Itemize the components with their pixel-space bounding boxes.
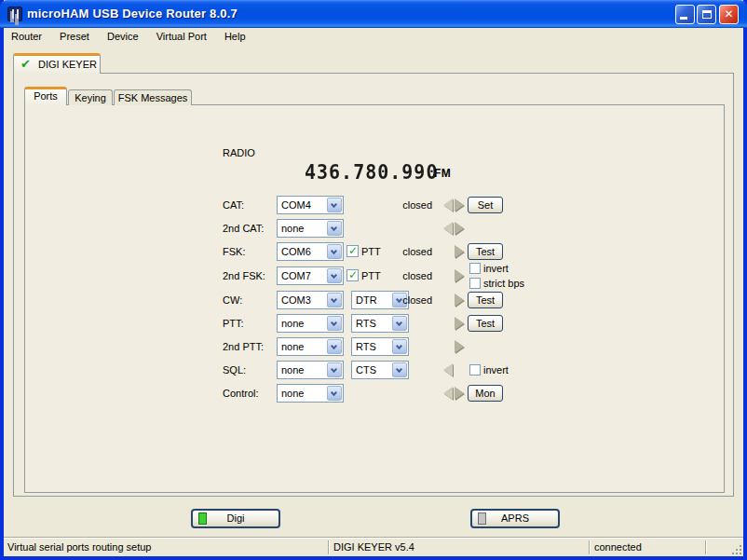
cw-row: CW: COM3 DTR closed Test — [25, 291, 724, 309]
fsk-ptt-checkbox[interactable] — [346, 245, 359, 257]
second-cat-port-value: none — [281, 223, 304, 234]
second-fsk-ptt-checkbox[interactable] — [346, 269, 359, 281]
chevron-down-icon[interactable] — [327, 362, 342, 377]
chevron-down-icon[interactable] — [392, 362, 407, 377]
cat-port-dropdown[interactable]: COM4 — [277, 196, 344, 214]
control-mon-button[interactable]: Mon — [468, 385, 503, 402]
fsk-row: FSK: COM6 PTT closed Test — [25, 242, 724, 261]
second-fsk-row: 2nd FSK: COM7 PTT closed invert strict b… — [25, 266, 724, 285]
aprs-button-label: APRS — [472, 512, 558, 524]
cw-label: CW: — [223, 294, 242, 306]
rx-arrow-icon — [443, 198, 453, 212]
cw-port-value: COM3 — [281, 294, 311, 306]
cat-label: CAT: — [223, 199, 244, 211]
second-ptt-port-dropdown[interactable]: none — [277, 337, 344, 356]
digi-keyer-panel: DIGI KEYER Ports Keying FSK Messages RAD… — [13, 73, 734, 497]
cat-port-value: COM4 — [281, 199, 311, 211]
rx-arrow-icon — [443, 222, 453, 235]
tx-arrow-icon — [455, 317, 464, 330]
app-icon — [7, 7, 22, 21]
sql-invert-checkbox[interactable] — [469, 364, 481, 376]
chevron-down-icon[interactable] — [327, 293, 342, 307]
control-port-value: none — [281, 388, 304, 399]
cw-line-value: DTR — [356, 294, 377, 306]
device-tab-label: DIGI KEYER — [38, 59, 97, 70]
app-window: microHAM USB Device Router 8.0.7 Router … — [0, 0, 747, 560]
tx-arrow-icon — [455, 245, 464, 258]
fsk-port-value: COM6 — [281, 246, 311, 257]
menu-device[interactable]: Device — [100, 28, 146, 47]
tx-arrow-icon — [455, 269, 464, 282]
chevron-down-icon[interactable] — [327, 221, 342, 236]
second-fsk-port-value: COM7 — [281, 270, 311, 281]
resize-grip[interactable] — [730, 543, 742, 555]
invert-option: invert — [469, 261, 509, 275]
status-bar: Virtual serial ports routing setup DIGI … — [4, 538, 743, 556]
window-title: microHAM USB Device Router 8.0.7 — [27, 7, 238, 20]
ports-panel: Ports Keying FSK Messages RADIO 436.780.… — [24, 104, 725, 493]
ptt-test-button[interactable]: Test — [468, 315, 503, 332]
cw-port-dropdown[interactable]: COM3 — [277, 291, 344, 309]
second-fsk-status: closed — [384, 270, 432, 281]
second-fsk-port-dropdown[interactable]: COM7 — [277, 266, 344, 285]
sql-row: SQL: none CTS invert — [25, 361, 724, 379]
second-cat-row: 2nd CAT: none — [25, 219, 724, 238]
cat-row: CAT: COM4 closed Set — [25, 196, 724, 214]
chevron-down-icon[interactable] — [327, 268, 342, 283]
strict-bps-option: strict bps — [469, 276, 524, 290]
aprs-button[interactable]: APRS — [470, 509, 560, 528]
tx-arrow-icon — [455, 222, 464, 235]
radio-label: RADIO — [223, 147, 255, 158]
chevron-down-icon[interactable] — [327, 386, 342, 401]
tx-arrow-icon — [455, 294, 464, 307]
strict-bps-checkbox[interactable] — [469, 278, 481, 289]
digi-button[interactable]: Digi — [191, 509, 280, 528]
chevron-down-icon[interactable] — [327, 339, 342, 354]
cat-set-button[interactable]: Set — [468, 197, 503, 213]
tab-keying[interactable]: Keying — [68, 89, 113, 105]
ptt-line-value: RTS — [356, 318, 376, 329]
sql-invert-option: invert — [469, 362, 509, 376]
chevron-down-icon[interactable] — [392, 316, 407, 331]
menu-virtual-port[interactable]: Virtual Port — [149, 28, 214, 47]
second-cat-label: 2nd CAT: — [223, 223, 264, 234]
second-fsk-label: 2nd FSK: — [223, 270, 265, 281]
chevron-down-icon[interactable] — [392, 339, 407, 354]
maximize-icon — [702, 10, 712, 19]
check-icon — [20, 57, 31, 71]
fsk-port-dropdown[interactable]: COM6 — [277, 242, 344, 261]
sql-port-dropdown[interactable]: none — [277, 361, 344, 379]
ptt-port-dropdown[interactable]: none — [277, 314, 344, 333]
chevron-down-icon[interactable] — [327, 244, 342, 259]
tab-ports[interactable]: Ports — [24, 87, 67, 105]
tx-arrow-icon — [455, 387, 464, 400]
menu-bar: Router Preset Device Virtual Port Help — [4, 28, 743, 47]
control-port-dropdown[interactable]: none — [277, 384, 344, 403]
maximize-button[interactable] — [697, 5, 716, 24]
chevron-down-icon[interactable] — [327, 316, 342, 331]
tab-fsk-messages[interactable]: FSK Messages — [114, 89, 192, 105]
second-cat-port-dropdown[interactable]: none — [277, 219, 344, 238]
cw-test-button[interactable]: Test — [468, 292, 503, 308]
chevron-down-icon[interactable] — [327, 198, 342, 212]
tab-digi-keyer[interactable]: DIGI KEYER — [13, 53, 101, 74]
sql-invert-label: invert — [483, 364, 509, 376]
status-center: DIGI KEYER v5.4 — [333, 541, 414, 553]
second-ptt-line-dropdown[interactable]: RTS — [351, 337, 409, 356]
close-button[interactable] — [719, 5, 739, 24]
second-ptt-line-value: RTS — [356, 341, 376, 352]
status-divider — [705, 540, 707, 554]
minimize-button[interactable] — [675, 5, 695, 24]
sql-line-value: CTS — [356, 364, 376, 376]
sql-line-dropdown[interactable]: CTS — [351, 361, 409, 379]
menu-router[interactable]: Router — [4, 28, 49, 47]
menu-preset[interactable]: Preset — [52, 28, 97, 47]
second-ptt-row: 2nd PTT: none RTS — [25, 337, 724, 356]
invert-checkbox[interactable] — [469, 263, 481, 274]
status-right: connected — [594, 541, 642, 553]
status-divider — [328, 540, 330, 554]
ptt-line-dropdown[interactable]: RTS — [351, 314, 409, 333]
minimize-icon — [680, 17, 687, 20]
fsk-test-button[interactable]: Test — [468, 243, 503, 260]
menu-help[interactable]: Help — [217, 28, 253, 47]
